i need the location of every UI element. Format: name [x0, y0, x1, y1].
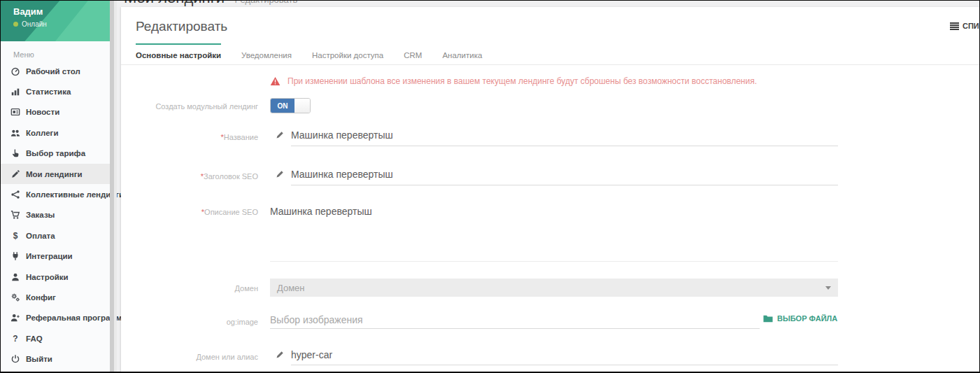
- online-status-dot-icon: [13, 22, 18, 27]
- alias-input-underline: [291, 365, 838, 365]
- seo-description-underline: [270, 261, 838, 262]
- folder-icon: [763, 314, 773, 323]
- user-name: Вадим: [13, 6, 43, 17]
- list-icon: [950, 22, 959, 30]
- alias-label: Домен или алиас: [121, 353, 258, 361]
- sidebar-item-tariff[interactable]: Выбор тарифа: [1, 143, 110, 164]
- edit-card: Редактировать СПИСОК Основные настройки …: [121, 7, 979, 373]
- warning-text: При изменении шаблона все изменения в ва…: [287, 76, 757, 86]
- user-status: Онлайн: [13, 20, 47, 28]
- share-icon: [10, 189, 21, 200]
- edit-pencil-icon: [276, 170, 284, 178]
- sidebar-item-settings[interactable]: Настройки: [1, 267, 110, 287]
- sidebar-item-referral[interactable]: Реферальная программа: [1, 308, 110, 328]
- name-input-value[interactable]: Машинка перевертыш: [291, 129, 393, 141]
- seo-description-textarea-value[interactable]: Машинка перевертыш: [270, 206, 372, 217]
- edit-pencil-icon: [276, 351, 284, 359]
- sidebar-item-label: FAQ: [26, 335, 43, 343]
- sidebar-item-label: Оплата: [26, 232, 55, 240]
- sidebar-item-collective-landings[interactable]: Коллективные лендинги: [1, 184, 110, 204]
- seo-description-label: *Описание SEO: [121, 208, 258, 216]
- sidebar-item-label: Интеграции: [26, 252, 73, 260]
- template-warning: При изменении шаблона все изменения в ва…: [270, 76, 757, 86]
- toggle-on-segment: ON: [271, 99, 294, 113]
- dashboard-icon: [10, 66, 21, 77]
- seo-title-input-underline: [291, 185, 838, 185]
- sidebar-item-colleagues[interactable]: Коллеги: [1, 122, 110, 143]
- gears-icon: [10, 292, 21, 303]
- sidebar-item-label: Мои лендинги: [26, 170, 83, 178]
- chevron-down-icon: [825, 286, 831, 290]
- sidebar-item-label: Коллеги: [26, 129, 58, 137]
- alias-input-value[interactable]: hyper-car: [291, 349, 332, 360]
- breadcrumb: Редактировать: [234, 0, 297, 5]
- sidebar-item-payment[interactable]: $ Оплата: [1, 225, 110, 246]
- sidebar-item-label: Конфиг: [26, 293, 56, 302]
- card-title: Редактировать: [136, 19, 227, 34]
- seo-title-field[interactable]: Машинка перевертыш: [270, 167, 838, 185]
- sidebar-item-label: Выбор тарифа: [26, 149, 85, 157]
- sidebar-item-label: Новости: [26, 108, 59, 116]
- seo-title-input-value[interactable]: Машинка перевертыш: [291, 169, 393, 180]
- bar-chart-icon: [10, 86, 21, 97]
- seo-description-field[interactable]: Машинка перевертыш: [270, 204, 838, 262]
- choose-file-button[interactable]: ВЫБОР ФАЙЛА: [763, 314, 837, 323]
- modular-landing-toggle[interactable]: ON: [270, 98, 311, 113]
- menu-section-label: Меню: [13, 50, 110, 59]
- cart-icon: [10, 209, 21, 220]
- sidebar-item-label: Выйти: [26, 355, 52, 363]
- page-title: Мои лендинги: [124, 0, 225, 6]
- og-image-label: og:image: [121, 318, 258, 326]
- sidebar-scrollbar-thumb[interactable]: [110, 1, 114, 372]
- og-image-underline: [270, 328, 760, 329]
- sidebar-item-faq[interactable]: ? FAQ: [1, 328, 110, 349]
- alias-field[interactable]: hyper-car: [270, 348, 838, 365]
- sidebar-item-dashboard[interactable]: Рабочий стол: [1, 61, 110, 81]
- sidebar-item-my-landings[interactable]: Мои лендинги: [1, 164, 110, 184]
- edit-pencil-icon: [276, 131, 284, 139]
- sidebar-item-integrations[interactable]: Интеграции: [1, 246, 110, 267]
- choose-file-button-label: ВЫБОР ФАЙЛА: [777, 314, 837, 323]
- dollar-icon: $: [10, 230, 21, 241]
- tab-analytics[interactable]: Аналитика: [442, 43, 482, 64]
- hand-pointer-icon: [10, 148, 21, 159]
- power-icon: [10, 353, 21, 365]
- domain-label: Домен: [121, 284, 258, 293]
- og-image-field[interactable]: Выбор изображения ВЫБОР ФАЙЛА: [270, 313, 838, 329]
- list-button-label: СПИСОК: [963, 22, 980, 30]
- tab-crm[interactable]: CRM: [404, 43, 422, 64]
- name-input-underline: [291, 146, 838, 146]
- app-window: Вадим Онлайн Меню Рабочий стол Статистик…: [0, 0, 980, 373]
- sidebar-item-orders[interactable]: Заказы: [1, 205, 110, 225]
- main-content: Мои лендинги Редактировать Редактировать…: [117, 1, 979, 372]
- tab-notifications[interactable]: Уведомления: [241, 43, 292, 64]
- user-card: Вадим Онлайн: [1, 1, 110, 41]
- user-plus-icon: [10, 312, 21, 323]
- tab-bar: Основные настройки Уведомления Настройки…: [121, 43, 979, 65]
- plug-icon: [10, 251, 21, 262]
- user-status-label: Онлайн: [22, 20, 47, 28]
- news-icon: [10, 106, 21, 118]
- seo-title-label: *Заголовок SEO: [121, 172, 258, 181]
- users-icon: [10, 127, 21, 139]
- sidebar-item-logout[interactable]: Выйти: [1, 349, 110, 369]
- sidebar-item-config[interactable]: Конфиг: [1, 287, 110, 307]
- sidebar-item-label: Настройки: [26, 273, 69, 281]
- sidebar-item-label: Заказы: [26, 211, 55, 219]
- name-label: *Название: [121, 133, 258, 141]
- sidebar-item-news[interactable]: Новости: [1, 102, 110, 122]
- sidebar-item-label: Рабочий стол: [26, 67, 80, 76]
- sidebar-scrollbar[interactable]: [110, 1, 117, 372]
- list-button[interactable]: СПИСОК: [950, 22, 980, 30]
- sidebar-item-statistics[interactable]: Статистика: [1, 81, 110, 101]
- tab-access-settings[interactable]: Настройки доступа: [312, 43, 383, 64]
- tab-main-settings[interactable]: Основные настройки: [136, 43, 221, 64]
- name-field[interactable]: Машинка перевертыш: [270, 128, 838, 146]
- og-image-input-placeholder[interactable]: Выбор изображения: [270, 314, 363, 325]
- domain-select-placeholder: Домен: [277, 283, 305, 293]
- sidebar-item-label: Статистика: [26, 87, 71, 96]
- domain-select[interactable]: Домен: [270, 279, 838, 297]
- pen-icon: [10, 169, 21, 180]
- modular-landing-label: Создать модульный лендинг: [121, 102, 258, 111]
- sidebar: Вадим Онлайн Меню Рабочий стол Статистик…: [1, 1, 110, 372]
